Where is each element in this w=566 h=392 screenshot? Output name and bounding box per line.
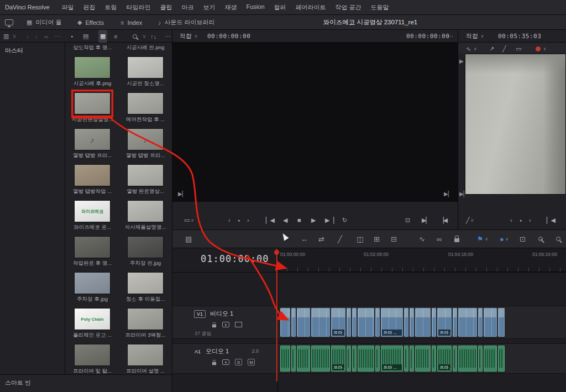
media-item[interactable]: 청소 후 이동질... bbox=[119, 272, 172, 308]
play-icon[interactable]: ▶ bbox=[311, 217, 315, 224]
search-icon[interactable] bbox=[133, 30, 137, 43]
viewer-collapse-icon[interactable]: ▶ bbox=[459, 58, 464, 64]
index-toggle[interactable]: ≡ Index bbox=[120, 15, 142, 30]
media-thumbnail[interactable] bbox=[74, 236, 111, 258]
zoom-box-icon[interactable]: ⊡ bbox=[520, 235, 526, 243]
media-item[interactable]: 주차장 후.jpg bbox=[66, 272, 119, 308]
clip-lock-icon[interactable] bbox=[454, 236, 459, 242]
media-thumbnail[interactable] bbox=[127, 200, 164, 222]
annotation-pen-icon[interactable]: ╱∨ bbox=[466, 217, 473, 224]
source-timecode[interactable]: 00:00:00:00 bbox=[207, 30, 250, 43]
media-thumbnail[interactable] bbox=[74, 92, 111, 114]
media-thumbnail[interactable] bbox=[74, 272, 111, 294]
video-clip[interactable] bbox=[291, 308, 296, 337]
track-lock-icon[interactable] bbox=[212, 325, 216, 328]
smart-bin-item[interactable]: 스마트 빈 bbox=[5, 379, 31, 387]
source-more-options-icon[interactable]: ⋯ bbox=[447, 30, 453, 43]
video-clip[interactable] bbox=[311, 308, 330, 337]
audio-clip[interactable] bbox=[498, 346, 505, 372]
audio-clip[interactable] bbox=[291, 346, 296, 372]
media-thumbnail[interactable]: ♪ bbox=[74, 128, 111, 150]
video-clip[interactable] bbox=[280, 308, 290, 337]
media-thumbnail[interactable] bbox=[127, 164, 164, 186]
media-item[interactable]: 시공사례 후.png bbox=[66, 56, 119, 92]
media-item[interactable]: 열방 완료영상... bbox=[119, 164, 172, 200]
audio-clip[interactable] bbox=[410, 346, 414, 372]
video-track-lane[interactable]: 프라 ...프라 ...프라 ... bbox=[277, 306, 566, 339]
menu-item[interactable]: 보기 bbox=[203, 3, 216, 12]
media-thumbnail[interactable] bbox=[127, 308, 164, 330]
overwrite-clip-icon[interactable]: ⊞ bbox=[374, 235, 380, 243]
media-item[interactable]: 에어컨작업 후 ... bbox=[119, 92, 172, 128]
source-viewer-screen[interactable]: ▶▏ ▶▏ bbox=[172, 43, 458, 202]
track-enable-icon[interactable] bbox=[222, 359, 229, 365]
video-clip[interactable] bbox=[453, 308, 457, 337]
viewer-zoom-select[interactable]: 적합 ∨ bbox=[466, 30, 484, 43]
media-item[interactable]: 시공전 청소영... bbox=[119, 56, 172, 92]
track-lock-icon[interactable] bbox=[212, 362, 216, 365]
media-item[interactable]: 시공전현장설명... bbox=[66, 92, 119, 128]
media-item[interactable]: 프라이머 및 탑... bbox=[66, 344, 119, 374]
jog-dot-icon[interactable]: ● bbox=[520, 218, 521, 222]
menu-item[interactable]: 트림 bbox=[105, 3, 117, 12]
audio-clip[interactable]: 프라 ... bbox=[331, 346, 345, 372]
video-clip[interactable] bbox=[415, 308, 431, 337]
media-item[interactable]: 상도작업 후 영... bbox=[66, 43, 119, 56]
media-item[interactable]: ♪열방 탭방 프라... bbox=[66, 128, 119, 164]
panel-layout-icon[interactable]: ▥ bbox=[3, 30, 9, 43]
audio-clip[interactable] bbox=[404, 346, 408, 372]
more-options-icon[interactable]: ⋯ bbox=[165, 30, 171, 43]
audio-track-header[interactable]: A1 오디오 1 2.0 S M bbox=[172, 343, 277, 374]
audio-clip[interactable] bbox=[358, 346, 374, 372]
menu-item[interactable]: 작업 공간 bbox=[336, 3, 361, 12]
menu-item[interactable]: 파일 bbox=[62, 3, 74, 12]
next-edit-icon[interactable]: ▶▏ bbox=[459, 191, 468, 197]
zoom-out-icon[interactable] bbox=[556, 237, 560, 241]
media-item[interactable]: 프라이머 설명 ... bbox=[119, 344, 172, 374]
media-thumbnail[interactable]: ♪ bbox=[127, 128, 164, 150]
prev-clip-icon[interactable]: ▕◀ bbox=[439, 217, 447, 224]
menu-item[interactable]: 컬러 bbox=[274, 3, 286, 12]
panel-caret-icon[interactable]: ∨ bbox=[12, 30, 17, 43]
media-item[interactable]: 자사제품설명영... bbox=[119, 200, 172, 236]
search-caret-icon[interactable]: ∨ bbox=[142, 30, 146, 43]
media-pool-toggle[interactable]: ▦ 미디어 풀 bbox=[27, 15, 61, 30]
viewer-timecode[interactable]: 00:05:35:03 bbox=[498, 30, 541, 43]
menu-item[interactable]: 클립 bbox=[160, 3, 172, 12]
solo-button[interactable]: S bbox=[235, 359, 242, 365]
media-item[interactable]: ♪열방 탭방 프라... bbox=[119, 128, 172, 164]
audio-clip[interactable] bbox=[415, 346, 431, 372]
audio-clip[interactable] bbox=[347, 346, 351, 372]
video-clip[interactable]: 프라 ... bbox=[381, 308, 403, 337]
go-to-first-frame-icon[interactable]: ▏◀ bbox=[266, 217, 274, 224]
audio-clip[interactable] bbox=[352, 346, 357, 372]
audio-clip[interactable] bbox=[458, 346, 477, 372]
next-edit-icon[interactable]: ▶▏ bbox=[444, 191, 452, 197]
link-clips-icon[interactable]: ∞ bbox=[437, 235, 442, 243]
media-thumbnail[interactable] bbox=[74, 344, 111, 366]
audio-clip[interactable] bbox=[280, 346, 290, 372]
trim-edit-mode-icon[interactable]: ↔ bbox=[301, 235, 308, 243]
shuttle-left-icon[interactable]: ‹ bbox=[510, 217, 512, 223]
video-clip[interactable] bbox=[358, 308, 374, 337]
loop-playback-icon[interactable]: ↻ bbox=[342, 217, 347, 224]
shuttle-left-icon[interactable]: ‹ bbox=[228, 217, 230, 223]
media-item[interactable]: 주차장 전.jpg bbox=[119, 236, 172, 272]
retime-curve-icon[interactable]: ∿ bbox=[419, 235, 425, 243]
audio-clip[interactable] bbox=[375, 346, 380, 372]
video-clip[interactable]: 프라 ... bbox=[331, 308, 345, 337]
menu-item[interactable]: 편집 bbox=[83, 3, 96, 12]
video-track-badge[interactable]: V1 bbox=[194, 310, 206, 318]
media-thumbnail[interactable]: Poly Chain bbox=[74, 308, 111, 330]
selection-tool-cursor[interactable] bbox=[282, 232, 287, 242]
bin-link-icon[interactable]: ∞ bbox=[44, 30, 49, 43]
video-clip[interactable] bbox=[498, 308, 505, 337]
video-clip[interactable] bbox=[484, 308, 497, 337]
source-zoom-select[interactable]: 적합 ∨ bbox=[180, 30, 197, 43]
capture-icon[interactable]: ● bbox=[71, 30, 73, 43]
audio-clip[interactable] bbox=[297, 346, 310, 372]
menu-item[interactable]: Fusion bbox=[247, 3, 265, 12]
menu-item[interactable]: 페어라이트 bbox=[296, 3, 326, 12]
prev-edit-icon[interactable]: ▶▏ bbox=[178, 191, 186, 197]
timeline-current-timecode[interactable]: 01:00:00:00 bbox=[201, 253, 269, 264]
